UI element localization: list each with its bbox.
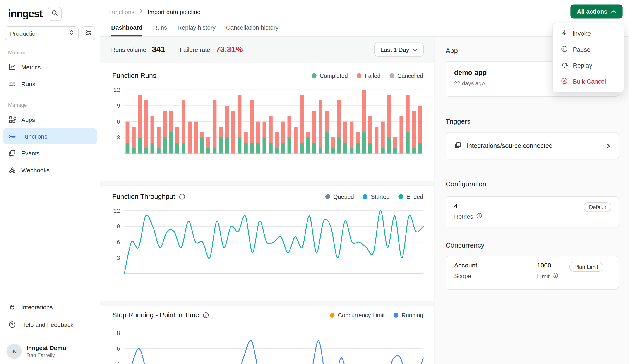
concurrency-card: Account Scope 1000 Limit [446,256,619,290]
environment-select[interactable]: Production [5,26,79,40]
sidebar-item-integrations[interactable]: Integrations [3,299,97,315]
legend-label: Cancelled [397,73,423,79]
runs-volume-label: Runs volume [111,46,146,53]
failure-rate-value: 73.31% [216,45,243,54]
search-button[interactable] [48,6,62,21]
limit-cell: 1000 Limit Plan Limit [537,262,611,284]
function-throughput-legend: QueuedStartedEnded [325,193,423,200]
trigger-row[interactable]: integrations/source.connected [446,132,619,159]
info-icon[interactable] [552,273,559,280]
sidebar-spacer [0,179,100,298]
step-running-legend: Concurrency LimitRunning [330,312,423,318]
menu-item-invoke[interactable]: Invoke [553,25,624,42]
nav-section-monitor: Monitor [0,50,100,56]
sidebar-item-label: Runs [21,80,35,87]
tab-runs[interactable]: Runs [153,24,167,36]
time-range-select[interactable]: Last 1 Day [374,42,423,57]
runs-volume-value: 341 [152,45,165,54]
menu-item-bulk-cancel[interactable]: Bulk Cancel [553,74,624,90]
sidebar-item-help[interactable]: Help and Feedback [3,317,97,333]
step-running-header: Step Running - Point in Time Concurrency… [100,311,435,320]
svg-text:3: 3 [117,255,120,261]
main-area: Functions Import data pipeline Dashboard… [100,0,629,364]
legend-item: Concurrency Limit [330,312,385,318]
scope-label: Scope [454,273,529,279]
legend-label: Queued [333,193,354,200]
user-name: Inngest Demo [26,345,66,351]
breadcrumb-current: Import data pipeline [148,8,200,15]
breadcrumb-functions[interactable]: Functions [108,8,134,15]
svg-text:6: 6 [117,239,120,245]
menu-item-label: Pause [573,46,591,53]
limit-value: 1000 [537,262,558,269]
sidebar-item-label: Events [21,150,40,157]
runs-volume-stat: Runs volume 341 [111,45,165,54]
trigger-event-name: integrations/source.connected [467,142,552,149]
charts-column: Runs volume 341 Failure rate 73.31% Last… [100,37,435,364]
tab-replay-history[interactable]: Replay history [177,24,216,36]
sidebar-item-label: Functions [21,133,47,140]
breadcrumb: Functions Import data pipeline [100,0,629,15]
pause-circle-icon [561,45,568,54]
menu-item-label: Invoke [572,30,591,37]
retries-value: 4 [454,202,482,210]
legend-label: Started [371,193,390,200]
function-throughput-title: Function Throughput [112,193,175,200]
sidebar: inngest Production [0,0,100,364]
all-actions-menu: Invoke Pause Replay [552,23,624,92]
chevron-right-icon [605,143,611,149]
step-running-panel: Step Running - Point in Time Concurrency… [100,306,435,364]
function-runs-panel: Function Runs CompletedFailedCancelled 1… [100,62,435,181]
sidebar-item-functions[interactable]: Functions [3,128,97,144]
info-icon[interactable] [179,193,185,200]
legend-item: Ended [398,193,423,200]
chevron-down-icon [413,46,418,53]
webhooks-icon [8,166,16,174]
x-circle-icon [561,77,568,86]
inngest-logo: inngest [8,7,42,20]
svg-text:12: 12 [113,209,120,214]
environment-filter-button[interactable] [82,26,95,40]
chevron-up-icon [611,8,616,15]
retries-label: Retries [454,213,473,220]
all-actions-button[interactable]: All actions [571,4,623,18]
failure-rate-stat: Failure rate 73.31% [180,45,243,54]
sidebar-item-events[interactable]: Events [3,145,97,161]
sidebar-item-runs[interactable]: Runs [3,76,97,92]
nav-section-manage: Manage [0,102,100,108]
limit-label: Limit [537,273,550,279]
tab-bar: Dashboard Runs Replay history Cancellati… [100,24,279,36]
sidebar-item-apps[interactable]: Apps [3,111,97,127]
info-icon[interactable] [203,312,209,318]
menu-item-replay[interactable]: Replay [553,58,624,74]
retries-label-row: Retries [454,213,482,220]
function-runs-chart: 129639:00 PM3:30 AM1:00 PM [100,88,435,168]
menu-item-label: Bulk Cancel [573,78,606,85]
legend-dot [363,194,367,199]
apps-icon [8,115,16,123]
limit-label-row: Limit [537,273,558,280]
configuration-heading: Configuration [446,180,619,188]
default-badge: Default [584,202,611,212]
legend-item: Failed [357,73,380,79]
scope-value: Account [454,262,529,269]
help-icon [8,320,16,328]
menu-item-label: Replay [573,62,592,69]
chevron-right-icon [138,8,144,15]
info-icon[interactable] [476,213,482,220]
sidebar-item-metrics[interactable]: Metrics [3,59,97,75]
sidebar-item-webhooks[interactable]: Webhooks [3,162,97,178]
sidebar-item-label: Apps [21,116,35,123]
user-profile[interactable]: IN Inngest Demo Dan Farrelly [0,339,100,364]
legend-item: Cancelled [389,73,423,79]
tab-dashboard[interactable]: Dashboard [111,24,143,36]
tab-cancellation-history[interactable]: Cancellation history [226,24,279,36]
avatar: IN [6,344,21,359]
sidebar-nav: Monitor Metrics Runs [0,50,100,179]
legend-item: Running [394,312,423,318]
function-throughput-chart: 129639:00 PM3:30 AM1:00 PM [100,209,435,291]
legend-dot [394,313,398,318]
chevron-up-down-icon [69,29,74,37]
menu-item-pause[interactable]: Pause [553,42,624,58]
scope-cell: Account Scope [454,262,529,284]
